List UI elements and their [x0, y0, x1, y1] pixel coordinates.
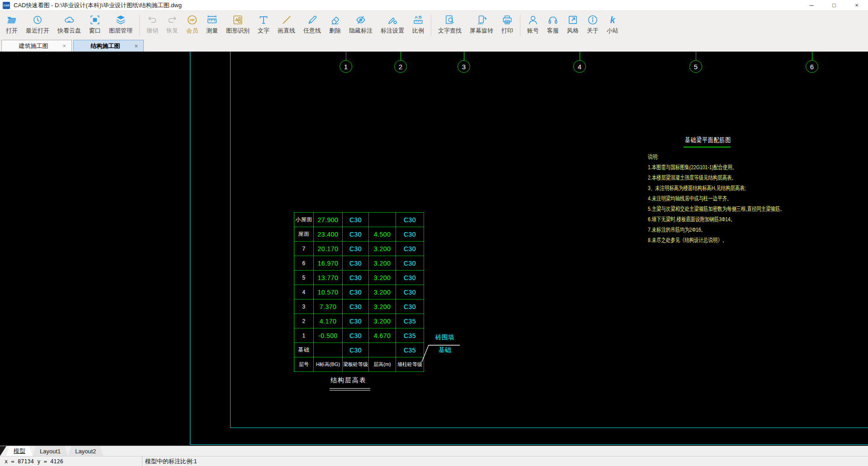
grid-bubble-leader: [812, 52, 812, 61]
app-icon: CAD: [3, 2, 10, 9]
notes-block: 说明: 1.本图需与国标图集(22G101-1)配合使用。2.本楼层梁混凝土强度…: [648, 152, 785, 245]
toolbar-redo-button[interactable]: 恢复: [162, 12, 182, 39]
annotation-scale-text: 模型中的标注比例:1: [145, 457, 197, 466]
toolbar-draw-line-button[interactable]: 画直线: [274, 12, 299, 39]
toolbar-separator: [431, 14, 431, 36]
floor-table-cell: C30: [343, 213, 369, 227]
app-window: CAD CAD快速看图 - D:\毕业设计(本科)\毕业设计图纸\结构施工图.d…: [0, 0, 868, 466]
grid-bubble: 2: [394, 60, 407, 73]
toolbar-rotate-screen-button[interactable]: 屏幕旋转: [466, 12, 497, 39]
notes-heading: 说明:: [648, 152, 785, 162]
callout-text-bottom: 基础: [432, 346, 458, 354]
toolbar-recent-button[interactable]: 最近打开: [22, 12, 53, 39]
grid-bubble-leader: [464, 52, 464, 61]
callout-text-top: 砖围墙: [432, 333, 458, 342]
eye-slash-icon: [355, 14, 367, 26]
toolbar-scale-button[interactable]: A:B 比例: [408, 12, 428, 39]
window-title: CAD快速看图 - D:\毕业设计(本科)\毕业设计图纸\结构施工图.dwg: [14, 1, 182, 10]
grid-bubble: 4: [573, 60, 586, 73]
toolbar-print-button[interactable]: 打印: [497, 12, 517, 39]
tab-close-icon[interactable]: ×: [134, 43, 138, 49]
floor-table-cell: 20.170: [314, 242, 343, 256]
shapes-icon: [232, 14, 243, 26]
sheet-border-inner-bottom: [230, 428, 868, 428]
cloud-icon: [63, 14, 75, 26]
ruler-icon: [207, 14, 217, 26]
line-icon: [281, 14, 292, 26]
floor-table-cell: -0.500: [314, 328, 343, 343]
toolbar-undo-button[interactable]: 撤销: [142, 12, 162, 39]
toolbar-ksite-button[interactable]: k 小站: [603, 12, 623, 39]
style-window-icon: [567, 14, 578, 26]
window-frame-icon: [90, 14, 100, 26]
floor-table-cell: C30: [343, 227, 369, 242]
doc-tab-architectural[interactable]: 建筑施工图 ×: [1, 40, 72, 52]
toolbar-delete-button[interactable]: 删除: [325, 12, 345, 39]
floor-table-cell: [369, 343, 396, 357]
toolbar-free-line-button[interactable]: 任意线: [299, 12, 325, 39]
grid-bubble: 5: [689, 60, 702, 73]
drawing-title: 基础梁平面配筋图: [685, 136, 731, 144]
sheet-border-outer-bottom: [190, 444, 868, 445]
toolbar-about-button[interactable]: 关于: [583, 12, 603, 39]
toolbar-window-button[interactable]: 窗口: [85, 12, 105, 39]
toolbar-shape-recognize-button[interactable]: 图形识别: [222, 12, 254, 39]
clock-icon: [32, 14, 43, 26]
toolbar-vip-button[interactable]: VIP 会员: [182, 12, 202, 39]
floor-table-header-cell: 梁板砼等级: [343, 357, 369, 372]
toolbar-open-button[interactable]: 打开: [2, 12, 22, 39]
floor-table-cell: 3.200: [369, 256, 396, 271]
floor-table-cell: 4.500: [369, 227, 396, 242]
svg-text:A:B: A:B: [415, 15, 422, 19]
floor-table-cell: 3: [294, 300, 314, 314]
scale-ab-icon: A:B: [413, 14, 424, 26]
toolbar-separator: [520, 14, 520, 36]
sheet-border-outer-left: [190, 52, 190, 444]
floor-table-cell: C30: [396, 300, 424, 314]
toolbar-find-text-button[interactable]: 文字查找: [434, 12, 466, 39]
toolbar-cloud-button[interactable]: 快看云盘: [53, 12, 85, 39]
layout-tab-bar: 模型 Layout1 Layout2: [0, 446, 868, 456]
toolbar-style-button[interactable]: 风格: [563, 12, 583, 39]
doc-tab-structural[interactable]: 结构施工图 ×: [73, 40, 144, 52]
floor-table-cell: 3.200: [369, 300, 396, 314]
note-line: 2.本楼层梁混凝土强度等级见结构层高表。: [648, 172, 785, 183]
floor-table-cell: C30: [343, 343, 369, 357]
note-line: 8.未尽之处参见《结构设计总说明》。: [648, 235, 785, 245]
floor-table-cell: 屋面: [294, 227, 314, 242]
toolbar-support-button[interactable]: 客服: [543, 12, 563, 39]
eraser-icon: [330, 14, 340, 26]
floor-table-header-cell: 层高(m): [369, 357, 396, 372]
toolbar-annotation-settings-button[interactable]: 标注设置: [377, 12, 408, 39]
floor-table-cell: 3.200: [369, 271, 396, 285]
svg-text:VIP: VIP: [189, 19, 195, 22]
floor-table-header-cell: 层号: [294, 357, 314, 372]
floor-table-cell: 1: [294, 328, 314, 343]
status-separator: [142, 456, 142, 466]
toolbar-hide-annotation-button[interactable]: 隐藏标注: [345, 12, 377, 39]
printer-icon: [502, 14, 513, 26]
toolbar-layers-button[interactable]: 图层管理: [105, 12, 137, 39]
status-bar: x = 87134 y = 4126 模型中的标注比例:1: [0, 456, 868, 466]
toolbar-measure-button[interactable]: 测量: [202, 12, 222, 39]
note-line: 6.墙下无梁时,楼板底面设附加钢筋3Φ14。: [648, 214, 785, 224]
layout-tab-layout2[interactable]: Layout2: [68, 446, 103, 456]
floor-table-cell: 13.770: [314, 271, 343, 285]
toolbar-text-button[interactable]: 文字: [254, 12, 274, 39]
floor-table-cell: C30: [396, 256, 424, 271]
minimize-button[interactable]: ─: [800, 0, 823, 10]
layout-tab-layout1[interactable]: Layout1: [33, 446, 68, 456]
floor-table-cell: 2: [294, 314, 314, 328]
floor-table-cell: C30: [396, 285, 424, 300]
close-button[interactable]: ×: [845, 0, 868, 10]
maximize-button[interactable]: □: [823, 0, 845, 10]
floor-table-cell: C30: [343, 300, 369, 314]
toolbar-account-button[interactable]: 账号: [523, 12, 543, 39]
cursor-coordinates: x = 87134 y = 4126: [5, 458, 63, 465]
floor-table-cell: 23.400: [314, 227, 343, 242]
drawing-canvas[interactable]: 123456 小屋面27.900C30C30屋面23.400C304.500C3…: [0, 52, 868, 446]
tab-close-icon[interactable]: ×: [62, 43, 66, 49]
floor-table-cell: 7: [294, 242, 314, 256]
layout-tab-model[interactable]: 模型: [6, 446, 33, 456]
floor-table-cell: 4.170: [314, 314, 343, 328]
